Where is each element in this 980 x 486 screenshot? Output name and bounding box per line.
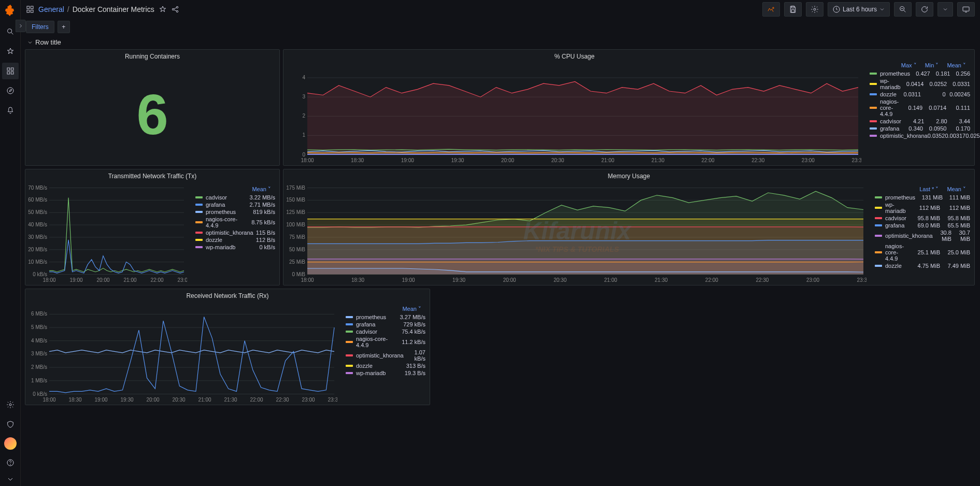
svg-text:2 MB/s: 2 MB/s xyxy=(31,364,47,370)
svg-rect-2 xyxy=(11,68,13,70)
settings-icon[interactable] xyxy=(2,396,19,413)
rx-chart[interactable]: 0 kB/s1 MB/s2 MB/s3 MB/s4 MB/s5 MB/s6 MB… xyxy=(27,305,337,404)
memory-legend: Last * ˅Mean ˅prometheus131 MiB111 MiBwp… xyxy=(871,183,974,287)
svg-text:0 kB/s: 0 kB/s xyxy=(33,271,47,277)
row-header[interactable]: Row title xyxy=(21,35,980,49)
svg-text:22:00: 22:00 xyxy=(705,277,718,283)
svg-rect-1 xyxy=(7,68,10,70)
svg-text:20:00: 20:00 xyxy=(146,397,159,403)
refresh-button[interactable] xyxy=(916,2,933,17)
legend-item[interactable]: nagios-core-4.4.98.75 kB/s xyxy=(195,216,275,229)
add-panel-button[interactable] xyxy=(762,2,780,17)
legend-col[interactable]: Mean ˅ xyxy=(248,185,275,194)
legend-col[interactable]: Mean ˅ xyxy=(943,61,970,70)
panel-cpu-usage: % CPU Usage 0123418:0018:3019:0019:3020:… xyxy=(283,49,975,166)
legend-item[interactable]: wp-mariadb0.04140.02520.0331 xyxy=(870,77,970,91)
legend-item[interactable]: nagios-core-4.4.90.1490.07140.111 xyxy=(870,98,970,118)
legend-item[interactable]: prometheus0.4270.1810.256 xyxy=(870,70,970,77)
legend-item[interactable]: optimistic_khorana1.07 kB/s xyxy=(346,349,425,362)
svg-point-18 xyxy=(814,8,816,10)
legend-item[interactable]: dozzle313 B/s xyxy=(346,362,425,369)
panel-title: Transmitted Network Traffic (Tx) xyxy=(25,169,279,183)
legend-item[interactable]: cadvisor95.8 MiB95.8 MiB xyxy=(875,215,970,222)
svg-text:19:00: 19:00 xyxy=(402,277,415,283)
svg-text:22:30: 22:30 xyxy=(756,277,769,283)
svg-point-5 xyxy=(7,88,13,94)
legend-item[interactable]: grafana0.3400.09500.170 xyxy=(870,125,970,132)
svg-text:21:00: 21:00 xyxy=(601,158,614,163)
legend-item[interactable]: optimistic_khorana115 B/s xyxy=(195,229,275,236)
cpu-chart[interactable]: 0123418:0018:3019:0019:3020:0020:3021:00… xyxy=(286,65,861,165)
chevron-down-icon[interactable] xyxy=(2,474,19,484)
legend-item[interactable]: optimistic_khorana30.8 MiB30.7 MiB xyxy=(875,229,970,242)
breadcrumb-folder[interactable]: General xyxy=(38,5,64,13)
svg-text:18:00: 18:00 xyxy=(42,277,55,283)
svg-rect-10 xyxy=(31,6,33,9)
explore-icon[interactable] xyxy=(2,82,19,99)
legend-item[interactable]: prometheus819 kB/s xyxy=(195,208,275,216)
panel-title: % CPU Usage xyxy=(283,50,865,63)
topbar: General / Docker Container Metrics Last … xyxy=(21,0,980,19)
legend-item[interactable]: grafana729 kB/s xyxy=(346,321,425,328)
legend-item[interactable]: nagios-core-4.4.911.2 kB/s xyxy=(346,335,425,349)
legend-col[interactable]: Last * ˅ xyxy=(915,185,943,194)
refresh-interval-button[interactable] xyxy=(938,2,953,17)
legend-item[interactable]: cadvisor75.4 kB/s xyxy=(346,328,425,335)
legend-item[interactable]: grafana2.71 MB/s xyxy=(195,201,275,208)
legend-item[interactable]: cadvisor3.22 MB/s xyxy=(195,194,275,201)
stat-value: 6 xyxy=(25,63,279,165)
save-button[interactable] xyxy=(784,2,802,17)
svg-point-8 xyxy=(10,464,10,465)
legend-item[interactable]: optimistic_khorana0.03520.003170.0250 xyxy=(870,132,970,139)
svg-text:23:00: 23:00 xyxy=(177,277,187,283)
legend-item[interactable]: prometheus3.27 MB/s xyxy=(346,313,425,321)
legend-item[interactable]: wp-mariadb112 MiB112 MiB xyxy=(875,201,970,215)
legend-col[interactable]: Min ˅ xyxy=(921,61,943,70)
svg-text:18:00: 18:00 xyxy=(301,158,314,163)
share-icon[interactable] xyxy=(171,5,179,13)
panel-title: Memory Usage xyxy=(283,169,974,183)
memory-chart[interactable]: 0 MiB25 MiB50 MiB75 MiB100 MiB125 MiB150… xyxy=(286,185,867,284)
legend-col[interactable]: Max ˅ xyxy=(897,61,921,70)
svg-text:4 MB/s: 4 MB/s xyxy=(31,338,47,344)
grafana-logo-icon[interactable] xyxy=(4,4,17,17)
tx-chart[interactable]: 0 kB/s10 MB/s20 MB/s30 MB/s40 MB/s50 MB/… xyxy=(27,185,187,284)
svg-text:2: 2 xyxy=(302,113,305,119)
legend-item[interactable]: prometheus131 MiB111 MiB xyxy=(875,194,970,201)
alert-icon[interactable] xyxy=(2,102,19,119)
star-icon[interactable] xyxy=(2,43,19,60)
expand-sidebar-button[interactable] xyxy=(16,20,26,32)
add-filter-button[interactable]: + xyxy=(58,21,70,33)
legend-item[interactable]: dozzle0.031100.00245 xyxy=(870,91,970,98)
dashboards-icon[interactable] xyxy=(2,63,19,79)
dashboard-settings-button[interactable] xyxy=(806,2,823,17)
shield-icon[interactable] xyxy=(2,416,19,433)
svg-text:150 MiB: 150 MiB xyxy=(286,197,305,203)
user-avatar[interactable] xyxy=(4,437,17,450)
svg-text:60 MB/s: 60 MB/s xyxy=(28,197,47,203)
panel-title: Running Containers xyxy=(25,50,279,63)
help-icon[interactable] xyxy=(2,454,19,471)
legend-col[interactable]: Mean ˅ xyxy=(943,185,970,194)
legend-item[interactable]: nagios-core-4.4.925.1 MiB25.0 MiB xyxy=(875,242,970,262)
legend-item[interactable]: dozzle112 B/s xyxy=(195,236,275,244)
filters-button[interactable]: Filters xyxy=(26,21,54,33)
svg-text:3 MB/s: 3 MB/s xyxy=(31,351,47,356)
zoom-out-button[interactable] xyxy=(894,2,912,17)
svg-text:18:30: 18:30 xyxy=(351,277,364,283)
legend-item[interactable]: cadvisor4.212.803.44 xyxy=(870,118,970,125)
svg-text:19:00: 19:00 xyxy=(94,397,107,403)
legend-item[interactable]: wp-mariadb19.3 B/s xyxy=(346,369,425,377)
legend-item[interactable]: wp-mariadb0 kB/s xyxy=(195,244,275,251)
legend-item[interactable]: dozzle4.75 MiB7.49 MiB xyxy=(875,262,970,269)
svg-text:20:00: 20:00 xyxy=(503,277,516,283)
tv-mode-button[interactable] xyxy=(957,2,975,17)
svg-text:20 MB/s: 20 MB/s xyxy=(28,247,47,252)
time-range-picker[interactable]: Last 6 hours xyxy=(828,2,890,17)
legend-col[interactable]: Mean ˅ xyxy=(398,305,425,313)
svg-rect-11 xyxy=(27,10,30,12)
svg-text:70 MB/s: 70 MB/s xyxy=(28,185,47,191)
svg-text:22:00: 22:00 xyxy=(702,158,715,163)
legend-item[interactable]: grafana69.0 MiB65.5 MiB xyxy=(875,222,970,229)
star-outline-icon[interactable] xyxy=(159,5,167,13)
